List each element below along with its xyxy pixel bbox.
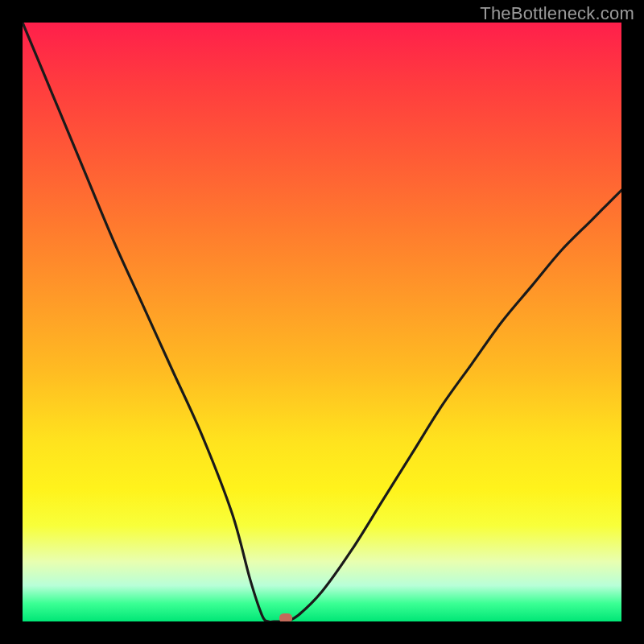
bottleneck-curve	[23, 23, 621, 621]
watermark-text: TheBottleneck.com	[480, 3, 634, 24]
optimum-marker	[279, 613, 292, 621]
chart-frame: TheBottleneck.com	[0, 0, 644, 644]
plot-area	[23, 23, 621, 621]
